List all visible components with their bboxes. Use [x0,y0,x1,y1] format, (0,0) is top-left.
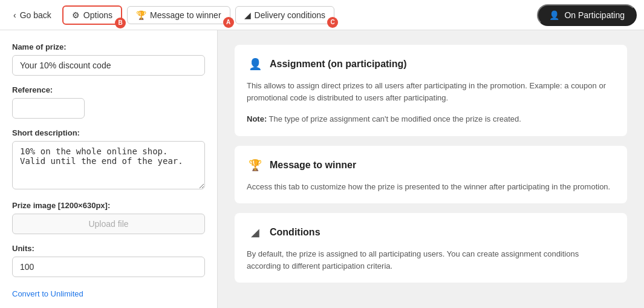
assignment-header: 👤 Assignment (on participating) [247,56,615,73]
short-desc-textarea[interactable]: 10% on the whole online shop. Valid unti… [12,141,205,189]
short-desc-label: Short description: [12,128,205,137]
message-winner-title: Message to winner [270,160,356,171]
units-label: Units: [12,244,205,253]
chevron-left-icon: ‹ [13,10,16,20]
options-tab[interactable]: ⚙ Options [62,5,122,25]
message-tab[interactable]: 🏆 Message to winner [127,6,230,24]
conditions-header: ◢ Conditions [247,224,615,241]
reference-field-group: Reference: [12,85,205,119]
conditions-text: By default, the prize is assigned to all… [247,248,615,272]
delivery-tab[interactable]: ◢ Delivery conditions [235,6,335,24]
prize-image-field-group: Prize image [1200×630px]: Upload file [12,201,205,234]
conditions-card: ◢ Conditions By default, the prize is as… [235,213,627,283]
assignment-title: Assignment (on participating) [270,59,407,70]
short-desc-field-group: Short description: 10% on the whole onli… [12,128,205,191]
name-field-group: Name of prize: [12,42,205,76]
delivery-tab-label: Delivery conditions [255,10,326,20]
right-panel: 👤 Assignment (on participating) This all… [218,30,644,308]
message-tab-wrapper: 🏆 Message to winner A [127,6,230,24]
delivery-tab-wrapper: ◢ Delivery conditions C [235,6,335,24]
top-navigation: ‹ Go back ⚙ Options B 🏆 Message to winne… [0,0,644,30]
options-tab-label: Options [83,10,112,20]
trophy-icon: 🏆 [136,10,146,20]
upload-label: Upload file [88,219,128,229]
conditions-title: Conditions [270,227,320,238]
left-panel: Name of prize: Reference: Short descript… [0,30,218,308]
convert-to-unlimited-link[interactable]: Convert to Unlimited [12,289,83,298]
on-participating-button[interactable]: 👤 On Participating [537,4,637,26]
message-winner-header: 🏆 Message to winner [247,157,615,174]
main-layout: Name of prize: Reference: Short descript… [0,30,644,308]
options-tab-wrapper: ⚙ Options B [62,5,122,25]
on-participating-label: On Participating [564,10,625,20]
filter-icon: ◢ [244,10,251,20]
delivery-badge: C [327,17,338,28]
user-icon: 👤 [549,10,559,20]
assignment-note: Note: The type of prize assignment can't… [247,113,615,125]
message-badge: A [223,17,234,28]
gear-icon: ⚙ [72,10,80,20]
assignment-card: 👤 Assignment (on participating) This all… [235,45,627,136]
go-back-button[interactable]: ‹ Go back [7,7,57,24]
units-input[interactable] [12,257,205,277]
message-tab-label: Message to winner [150,10,221,20]
units-field-group: Units: [12,244,205,277]
go-back-label: Go back [20,10,51,20]
reference-input[interactable] [12,98,85,119]
trophy-icon-right: 🏆 [247,157,264,174]
options-badge: B [115,18,126,28]
message-winner-card: 🏆 Message to winner Access this tab to c… [235,146,627,204]
name-label: Name of prize: [12,42,205,51]
name-input[interactable] [12,55,205,76]
filter-icon-right: ◢ [247,224,264,241]
assignment-text: This allows to assign direct prizes to a… [247,80,615,103]
assignment-icon: 👤 [247,56,264,73]
note-bold: Note: [247,114,267,123]
reference-label: Reference: [12,85,205,94]
upload-file-button[interactable]: Upload file [12,214,205,234]
prize-image-label: Prize image [1200×630px]: [12,201,205,210]
message-winner-text: Access this tab to customize how the pri… [247,181,615,193]
